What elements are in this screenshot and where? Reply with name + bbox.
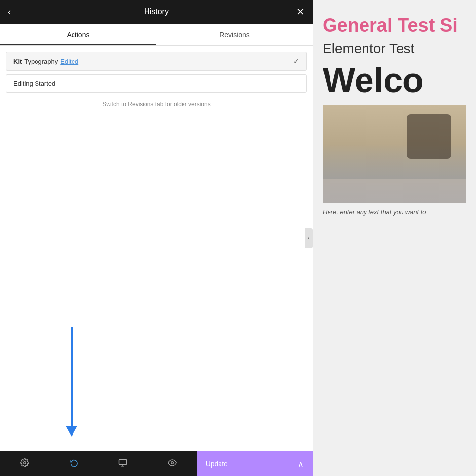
history-button[interactable] bbox=[49, 451, 99, 476]
person-figure bbox=[407, 114, 451, 159]
kit-label: Kit bbox=[13, 58, 22, 65]
header: ‹ History ✕ bbox=[0, 0, 313, 24]
settings-button[interactable] bbox=[0, 451, 49, 476]
close-button[interactable]: ✕ bbox=[296, 6, 305, 18]
preview-image bbox=[323, 105, 466, 203]
left-panel: ‹ History ✕ Actions Revisions Kit Typogr… bbox=[0, 0, 313, 476]
preview-subtitle: Elementor Test bbox=[323, 41, 466, 57]
tab-actions[interactable]: Actions bbox=[0, 24, 156, 45]
settings-icon bbox=[20, 458, 29, 470]
arrow-head bbox=[66, 426, 77, 437]
right-panel: General Test Si Elementor Test Welco Her… bbox=[313, 0, 476, 476]
back-button[interactable]: ‹ bbox=[8, 7, 11, 17]
history-item-text: Kit Typography Edited bbox=[13, 58, 78, 65]
svg-point-0 bbox=[24, 461, 26, 464]
arrow-indicator bbox=[66, 327, 77, 437]
history-content: Kit Typography Edited ✓ Editing Started … bbox=[0, 46, 313, 451]
update-label: Update bbox=[206, 460, 228, 468]
eye-icon bbox=[168, 458, 177, 470]
preview-heading: Welco bbox=[323, 62, 466, 100]
chevron-up-icon: ∧ bbox=[298, 459, 304, 469]
svg-rect-1 bbox=[119, 459, 127, 465]
update-button[interactable]: Update ∧ bbox=[197, 451, 313, 476]
collapse-toggle[interactable]: ‹ bbox=[305, 228, 313, 248]
header-title: History bbox=[144, 7, 169, 16]
preview-body-text: Here, enter any text that you want to bbox=[323, 208, 466, 216]
history-item-kit[interactable]: Kit Typography Edited ✓ bbox=[6, 52, 307, 71]
collapse-icon: ‹ bbox=[308, 235, 309, 241]
preview-site-title: General Test Si bbox=[323, 15, 466, 36]
responsive-icon bbox=[118, 458, 127, 470]
arrow-line bbox=[71, 327, 73, 426]
editing-started-text: Editing Started bbox=[13, 80, 55, 87]
tabs-bar: Actions Revisions bbox=[0, 24, 313, 46]
history-item-editing-started[interactable]: Editing Started bbox=[6, 74, 307, 93]
bed-surface bbox=[323, 179, 466, 203]
responsive-button[interactable] bbox=[98, 451, 147, 476]
svg-point-4 bbox=[171, 461, 174, 464]
typography-label: Typography bbox=[24, 58, 58, 65]
tab-revisions[interactable]: Revisions bbox=[156, 24, 313, 45]
preview-button[interactable] bbox=[147, 451, 197, 476]
preview-content: General Test Si Elementor Test Welco Her… bbox=[313, 0, 476, 230]
switch-note: Switch to Revisions tab for older versio… bbox=[6, 97, 307, 111]
edited-link[interactable]: Edited bbox=[60, 58, 78, 65]
bottom-toolbar: Update ∧ bbox=[0, 451, 313, 476]
history-icon bbox=[70, 458, 78, 470]
checkmark-icon: ✓ bbox=[293, 57, 299, 65]
editing-started-label: Editing Started bbox=[13, 80, 55, 87]
